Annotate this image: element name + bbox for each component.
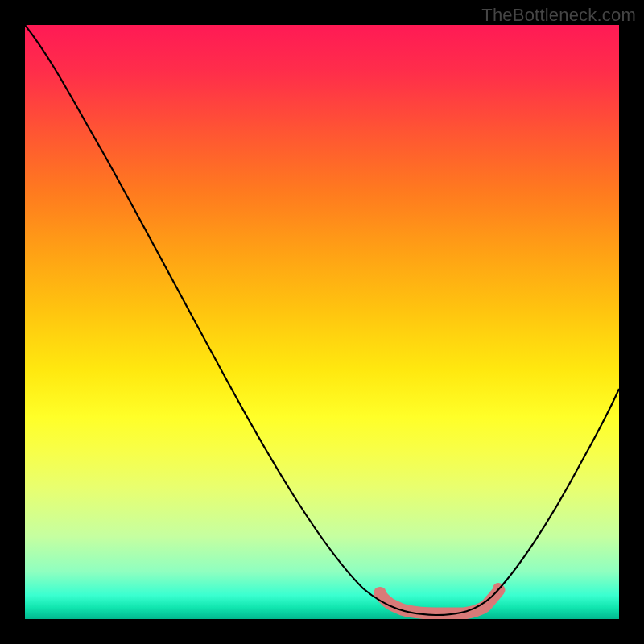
chart-curves [25,25,619,619]
bottleneck-curve-path [25,25,619,615]
watermark-text: TheBottleneck.com [481,5,636,26]
plot-area [25,25,619,619]
chart-container: TheBottleneck.com [0,0,644,644]
